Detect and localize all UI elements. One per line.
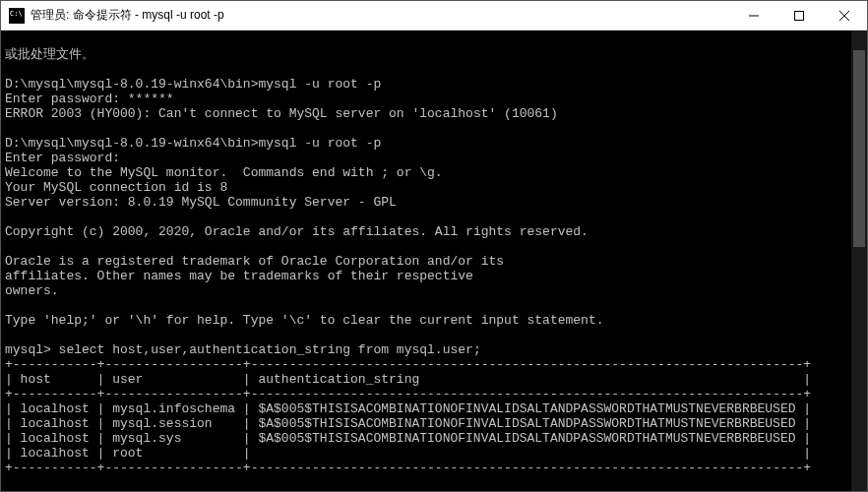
output-line: Copyright (c) 2000, 2020, Oracle and/or … — [5, 224, 589, 239]
output-line: ERROR 2003 (HY000): Can't connect to MyS… — [5, 106, 558, 121]
window-frame: 管理员: 命令提示符 - mysql -u root -p 或批处理文件。 D:… — [0, 0, 868, 492]
output-line: 或批处理文件。 — [5, 47, 94, 62]
maximize-icon — [794, 11, 804, 21]
titlebar[interactable]: 管理员: 命令提示符 - mysql -u root -p — [1, 1, 867, 31]
output-line: D:\mysql\mysql-8.0.19-winx64\bin>mysql -… — [5, 136, 381, 151]
table-border: +-----------+------------------+--------… — [5, 461, 811, 475]
table-row: | localhost| root| | — [5, 446, 811, 461]
query-line: mysql> select host,user,authentication_s… — [5, 342, 481, 357]
window-controls — [731, 1, 867, 30]
close-button[interactable] — [822, 1, 867, 30]
output-line: Your MySQL connection id is 8 — [5, 180, 227, 195]
col-host: host — [21, 372, 97, 387]
col-user: user — [112, 372, 243, 387]
output-line: Oracle is a registered trademark of Orac… — [5, 254, 504, 269]
maximize-button[interactable] — [776, 1, 822, 30]
table-border: +-----------+------------------+--------… — [5, 387, 811, 401]
output-line: D:\mysql\mysql-8.0.19-winx64\bin>mysql -… — [5, 77, 381, 92]
output-line: Server version: 8.0.19 MySQL Community S… — [5, 195, 397, 210]
close-icon — [839, 11, 849, 21]
output-line: owners. — [5, 283, 59, 298]
output-line: Type 'help;' or '\h' for help. Type '\c'… — [5, 313, 604, 328]
svg-rect-1 — [795, 11, 804, 20]
output-line: Enter password: ****** — [5, 92, 174, 106]
minimize-icon — [749, 11, 759, 21]
scrollbar[interactable] — [851, 31, 867, 491]
table-border: +-----------+------------------+--------… — [5, 357, 811, 372]
minimize-button[interactable] — [731, 1, 776, 30]
output-line: Welcome to the MySQL monitor. Commands e… — [5, 165, 443, 180]
terminal-area[interactable]: 或批处理文件。 D:\mysql\mysql-8.0.19-winx64\bin… — [1, 31, 867, 491]
cmd-icon — [9, 8, 25, 24]
table-row: | localhost| mysql.infoschema| $A$005$TH… — [5, 401, 811, 416]
table-row: | localhost| mysql.session| $A$005$THISI… — [5, 416, 811, 431]
summary-line: 4 rows in set (0.04 sec) — [5, 490, 189, 491]
table-row: | localhost| mysql.sys| $A$005$THISISACO… — [5, 431, 811, 446]
output-line: Enter password: — [5, 151, 120, 165]
scrollbar-thumb[interactable] — [853, 50, 865, 247]
col-auth: authentication_string — [258, 372, 803, 387]
window-title: 管理员: 命令提示符 - mysql -u root -p — [31, 7, 731, 24]
output-line: affiliates. Other names may be trademark… — [5, 269, 473, 283]
table-header-row: | host| user| authentication_string| — [5, 372, 811, 387]
